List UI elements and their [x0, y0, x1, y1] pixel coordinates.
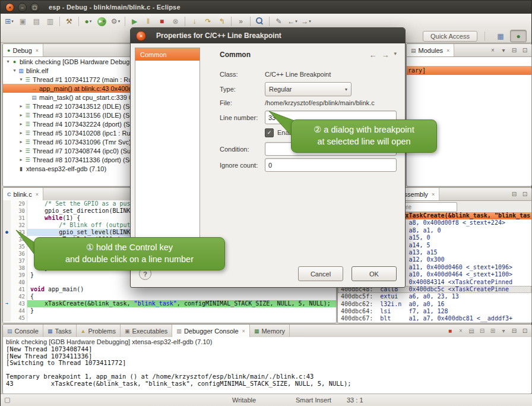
ok-button[interactable]: OK: [352, 266, 397, 281]
search-icon[interactable]: [254, 15, 266, 27]
close-icon[interactable]: ×: [36, 191, 39, 197]
close-icon[interactable]: ×: [432, 191, 435, 197]
editor-line[interactable]: 42{: [3, 293, 336, 300]
view-menu-icon[interactable]: ▾: [394, 51, 397, 59]
close-icon[interactable]: ×: [36, 48, 39, 53]
line-number[interactable]: 34: [11, 236, 27, 243]
disassembly-instruction[interactable]: 400dbc5f: extui a6, a0, 23, 13: [338, 293, 531, 300]
debug-tree-item[interactable]: ▸☰Thread #6 1073431096 (Tmr Svc) (S: [3, 137, 131, 146]
line-number[interactable]: 40: [11, 279, 27, 286]
quick-access-button[interactable]: Quick Access: [423, 31, 477, 42]
debug-tree-item[interactable]: ▸☰Thread #8 1073411336 (dport) (Sus: [3, 155, 131, 164]
tab-problems[interactable]: ▲Problems: [77, 325, 121, 337]
editor-line[interactable]: →43 xTaskCreate(&blink_task, "blink_task…: [3, 300, 336, 307]
disassembly-instruction[interactable]: 400dbc67: blt a1, a7, 0x400dbc81 <__addd…: [338, 315, 531, 322]
line-number[interactable]: 31: [11, 215, 27, 222]
line-number[interactable]: 45: [11, 314, 27, 322]
step-into-icon[interactable]: ↓: [188, 15, 201, 27]
line-number[interactable]: 43: [11, 300, 27, 307]
cpp-perspective-button[interactable]: ▦: [492, 30, 509, 42]
tab-console[interactable]: ▤Console: [3, 325, 43, 337]
line-number[interactable]: 30: [11, 207, 27, 215]
dialog-titlebar[interactable]: × Properties for C/C++ Line Breakpoint: [131, 28, 405, 43]
editor-presentation-icon[interactable]: ▢: [4, 396, 10, 404]
debug-tree-item[interactable]: ▸☰Thread #7 1073408744 (ipc0) (Susp: [3, 146, 131, 155]
minimize-icon[interactable]: ⊟: [510, 328, 518, 334]
expander-icon[interactable]: ▸: [18, 103, 24, 109]
line-number[interactable]: 35: [11, 243, 27, 250]
line-number[interactable]: 44: [11, 307, 27, 314]
run-icon[interactable]: ▶▾: [97, 17, 106, 26]
ignore-count-input[interactable]: [265, 158, 397, 172]
disassembly-instruction[interactable]: 400dbc62: l32i.n a0, a0, 16: [338, 301, 531, 308]
last-edit-location-icon[interactable]: ✎: [273, 15, 285, 27]
pin-console-icon[interactable]: ⊞: [489, 328, 497, 334]
debug-perspective-button[interactable]: ●: [510, 30, 527, 42]
save-icon[interactable]: ▣: [17, 15, 29, 27]
expander-icon[interactable]: ▸: [18, 139, 24, 144]
terminate-icon[interactable]: ■: [446, 328, 454, 334]
expander-icon[interactable]: ▸: [18, 157, 24, 162]
minimize-icon[interactable]: ⊟: [510, 47, 518, 53]
clear-icon[interactable]: ×: [489, 47, 497, 53]
tab-memory[interactable]: ▦Memory: [250, 325, 290, 337]
expander-icon[interactable]: ▾: [5, 59, 11, 64]
line-number[interactable]: 42: [11, 293, 27, 300]
expander-icon[interactable]: ▸: [18, 112, 24, 118]
line-number[interactable]: 39: [11, 272, 27, 279]
debug-tree-item[interactable]: ▾●blink checking [GDB Hardware Debug: [3, 57, 131, 66]
expander-icon[interactable]: ▾: [12, 68, 17, 73]
back-icon[interactable]: ←▾: [286, 15, 299, 27]
line-number[interactable]: 41: [11, 286, 27, 293]
save-all-icon[interactable]: ▤: [30, 15, 43, 27]
editor-line[interactable]: 44}: [3, 307, 336, 314]
disconnect-icon[interactable]: ⊗: [169, 15, 182, 27]
external-tools-icon[interactable]: ⚙▾: [109, 15, 122, 27]
line-number[interactable]: 38: [11, 265, 27, 272]
line-number[interactable]: 29: [11, 200, 27, 207]
build-icon[interactable]: ⚒: [63, 15, 75, 27]
new-icon[interactable]: ⊞▾: [3, 15, 15, 27]
view-menu-icon[interactable]: ▾: [499, 47, 508, 53]
line-number[interactable]: 37: [11, 257, 27, 265]
debug-tree-item[interactable]: ▸☰Thread #2 1073413512 (IDLE) (Susp: [3, 102, 131, 111]
debug-tree-item[interactable]: ▸☰Thread #3 1073413156 (IDLE) (Susp: [3, 111, 131, 119]
back-icon[interactable]: ←: [369, 51, 376, 59]
close-icon[interactable]: ×: [242, 328, 245, 334]
type-dropdown[interactable]: Regular ▾: [265, 82, 352, 96]
line-number[interactable]: 36: [11, 250, 27, 257]
debug-tree-item[interactable]: ▸☰Thread #4 1073432224 (dport) (Sus: [3, 119, 131, 128]
enabled-checkbox[interactable]: ✓: [265, 128, 274, 137]
modules-row-selected[interactable]: rary]: [407, 66, 531, 75]
tab-debug[interactable]: ● Debug ×: [3, 44, 43, 56]
step-return-icon[interactable]: ↰: [216, 15, 228, 27]
forward-icon[interactable]: →: [381, 51, 389, 59]
debug-tree-item[interactable]: ▮xtensa-esp32-elf-gdb (7.10): [3, 164, 131, 173]
line-number[interactable]: 32: [11, 222, 27, 229]
debug-tree-item[interactable]: ▤main_task() at cpu_start.c:339 0x4: [3, 93, 131, 102]
debug-icon[interactable]: ●▾: [82, 15, 94, 27]
line-number[interactable]: 33: [11, 229, 27, 236]
close-icon[interactable]: ×: [446, 48, 449, 53]
window-minimize-button[interactable]: –: [18, 3, 27, 12]
remove-launch-icon[interactable]: ×: [457, 328, 465, 334]
window-close-button[interactable]: ×: [5, 3, 14, 12]
maximize-icon[interactable]: ⊡: [521, 191, 529, 197]
expander-icon[interactable]: ▸: [18, 121, 24, 127]
tab-blink-c[interactable]: C blink.c ×: [3, 188, 43, 200]
terminate-icon[interactable]: ■: [156, 15, 168, 27]
debug-tree-item[interactable]: ▾▥blink.elf: [3, 66, 131, 75]
print-icon[interactable]: ▥: [44, 15, 56, 27]
debug-tree-item[interactable]: →app_main() at blink.c:43 0x400db: [3, 84, 131, 93]
disassembly-instruction[interactable]: 400dbc64: lsi f7, a1, 128: [338, 308, 531, 315]
sidebar-item-common[interactable]: Common: [135, 48, 200, 61]
maximize-icon[interactable]: ⊡: [521, 328, 529, 334]
step-over-icon[interactable]: ↷: [202, 15, 214, 27]
instruction-stepping-icon[interactable]: »: [235, 15, 247, 27]
scroll-lock-icon[interactable]: ⊟: [478, 328, 486, 334]
forward-icon[interactable]: →▾: [300, 15, 312, 27]
debug-tree-item[interactable]: ▸☰Thread #5 1073410208 (ipc1 : Runni: [3, 128, 131, 137]
expander-icon[interactable]: ▸: [18, 130, 24, 136]
debug-tree-item[interactable]: ▾☰Thread #1 1073411772 (main : Runn: [3, 75, 131, 84]
expander-icon[interactable]: ▸: [18, 148, 24, 153]
